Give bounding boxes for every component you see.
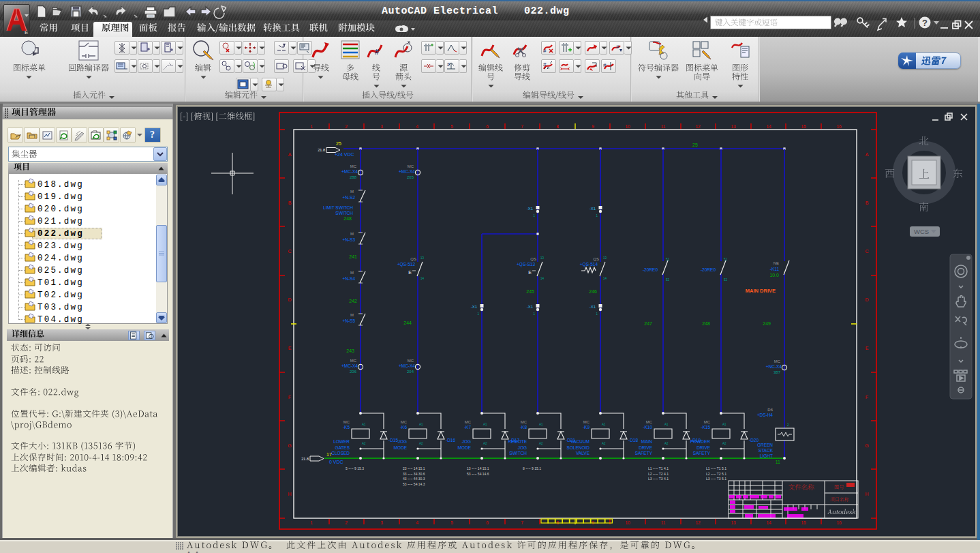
svg-text:+N-S3: +N-S3 <box>342 237 355 242</box>
svg-text:25: 25 <box>692 143 698 147</box>
svg-text:244: 244 <box>403 320 412 325</box>
svg-text:-X1: -X1 <box>589 305 596 309</box>
svg-text:-20RE0: -20RE0 <box>643 267 658 272</box>
svg-text:14: 14 <box>766 124 771 129</box>
svg-text:STACK: STACK <box>759 448 774 453</box>
svg-text:QS: QS <box>530 257 536 261</box>
svg-text:-K7: -K7 <box>464 425 472 430</box>
svg-text:E: E <box>528 270 532 275</box>
svg-text:10: 10 <box>625 124 630 129</box>
svg-text:+N-S5: +N-S5 <box>342 318 355 323</box>
svg-text:A2: A2 <box>483 442 487 445</box>
svg-text:DRIVE: DRIVE <box>639 445 653 450</box>
svg-text:11: 11 <box>661 124 666 129</box>
svg-text:25: 25 <box>336 141 341 146</box>
svg-text:5: 5 <box>450 520 453 525</box>
svg-text:#: # <box>543 61 547 68</box>
svg-text:-D18: -D18 <box>628 438 638 443</box>
svg-text:+MC-X4: +MC-X4 <box>341 169 358 174</box>
svg-text:247: 247 <box>644 321 652 326</box>
svg-text:H: H <box>865 492 868 496</box>
svg-text:-K8: -K8 <box>520 425 527 430</box>
svg-text:#: # <box>603 62 607 68</box>
svg-text:13: 13 <box>731 520 736 525</box>
svg-text:243: 243 <box>346 348 354 353</box>
svg-text:L1 ~-~ T1 5.1: L1 ~-~ T1 5.1 <box>706 466 726 470</box>
svg-text:2: 2 <box>345 520 348 525</box>
svg-text:15: 15 <box>801 124 806 129</box>
svg-text:1: 1 <box>310 124 313 129</box>
svg-text:SWITCH: SWITCH <box>335 211 353 215</box>
svg-text:L2 ~-~ T2 5.1: L2 ~-~ T2 5.1 <box>706 472 726 476</box>
svg-text:14: 14 <box>603 277 607 280</box>
svg-text:A: A <box>288 152 292 157</box>
svg-text:21.8: 21.8 <box>301 457 309 461</box>
svg-text:14: 14 <box>766 520 771 525</box>
svg-text:9: 9 <box>592 520 594 525</box>
svg-text:2: 2 <box>345 124 348 129</box>
svg-text:242: 242 <box>349 299 357 303</box>
svg-text:MC: MC <box>646 420 653 424</box>
svg-text:G: G <box>288 443 291 448</box>
svg-text:+MC-X4: +MC-X4 <box>341 363 358 368</box>
svg-text:QS: QS <box>410 257 416 261</box>
svg-text:4: 4 <box>416 124 418 129</box>
svg-text:A1: A1 <box>539 423 543 426</box>
svg-text:LIGHT: LIGHT <box>760 453 773 458</box>
svg-text:+N-S2: +N-S2 <box>342 195 355 200</box>
svg-text:6: 6 <box>486 520 489 525</box>
svg-text:-D16: -D16 <box>446 438 455 443</box>
svg-text:5: 5 <box>450 124 453 129</box>
svg-text:13: 13 <box>731 124 736 129</box>
svg-text:13 ~-~ 14 15.1: 13 ~-~ 14 15.1 <box>467 466 489 470</box>
svg-text:8: 8 <box>556 124 559 129</box>
svg-text:33 ~-~ 34 30.6: 33 ~-~ 34 30.6 <box>403 472 425 476</box>
svg-text:#: # <box>616 44 619 50</box>
svg-text:-20RE0: -20RE0 <box>701 267 716 272</box>
svg-text:-K5: -K5 <box>343 425 350 430</box>
svg-text:NE: NE <box>774 261 779 265</box>
svg-text:M: M <box>350 232 354 236</box>
svg-text:MC: MC <box>401 420 408 424</box>
svg-text:7: 7 <box>521 124 523 129</box>
svg-text:14: 14 <box>540 277 545 280</box>
svg-text:GATES: GATES <box>335 445 350 450</box>
svg-text:A2: A2 <box>362 442 366 445</box>
svg-text:SAFETY: SAFETY <box>635 451 653 455</box>
svg-text:?: ? <box>922 18 928 28</box>
svg-text:D6: D6 <box>767 408 773 412</box>
svg-text:A2: A2 <box>602 442 606 445</box>
svg-text:A1: A1 <box>722 423 726 426</box>
svg-text:L3 ~-~ T3 5.1: L3 ~-~ T3 5.1 <box>706 477 726 481</box>
svg-text:E: E <box>25 29 28 35</box>
svg-text:-K6: -K6 <box>400 425 408 430</box>
svg-text:H: H <box>288 492 291 496</box>
svg-text:LOWER: LOWER <box>333 439 350 444</box>
svg-text:10.0: 10.0 <box>769 273 779 278</box>
svg-text:M: M <box>350 271 354 275</box>
svg-text:5 ~-~ 9 15.3: 5 ~-~ 9 15.3 <box>346 466 364 470</box>
svg-text:F: F <box>288 395 291 400</box>
svg-text:MC: MC <box>704 420 711 424</box>
svg-text:387: 387 <box>774 370 781 374</box>
svg-text:+NC-X4: +NC-X4 <box>766 364 782 369</box>
svg-text:23 ~-~ 14 15.1: 23 ~-~ 14 15.1 <box>403 466 425 470</box>
svg-text:-D20: -D20 <box>749 438 759 443</box>
svg-text:L2 ~-~ T2 4.1: L2 ~-~ T2 4.1 <box>648 472 669 476</box>
svg-text:12: 12 <box>695 520 701 525</box>
svg-text:A1: A1 <box>483 423 487 426</box>
svg-text:204: 204 <box>407 370 414 374</box>
svg-text:A1: A1 <box>664 423 669 426</box>
svg-text:B: B <box>866 200 869 205</box>
svg-text:JOG: JOG <box>398 439 407 444</box>
svg-text:4: 4 <box>416 520 418 525</box>
svg-text:A2: A2 <box>419 442 423 445</box>
svg-text:53 ~-~ 54 14.3: 53 ~-~ 54 14.3 <box>403 482 425 486</box>
svg-text:#: # <box>375 48 379 56</box>
svg-text:-X1: -X1 <box>589 207 596 211</box>
svg-text:1: 1 <box>310 520 313 525</box>
svg-text:A2: A2 <box>722 442 726 445</box>
svg-text:+MC-X4: +MC-X4 <box>399 169 415 174</box>
svg-text:43 ~-~ 44 30.3: 43 ~-~ 44 30.3 <box>403 477 425 481</box>
svg-text:C: C <box>288 249 291 254</box>
